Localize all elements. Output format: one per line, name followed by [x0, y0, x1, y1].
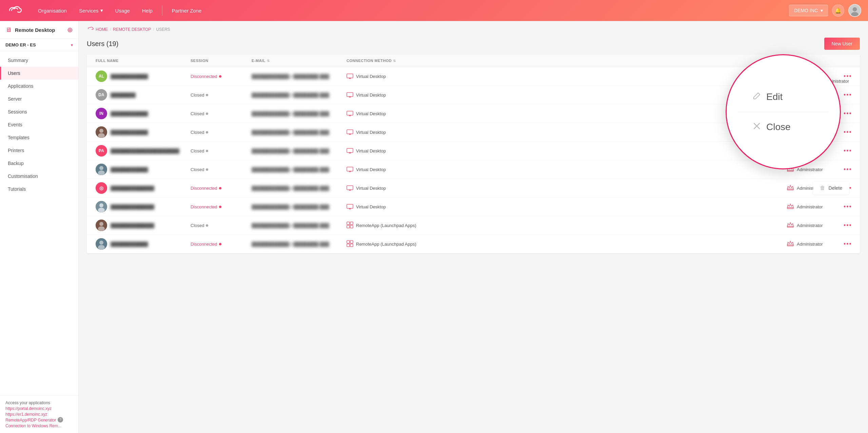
svg-rect-56 [347, 222, 350, 225]
cell-email-8: ████████████@████████.███ [248, 201, 343, 213]
nav-usage[interactable]: Usage [109, 0, 136, 21]
cell-email-4: ████████████@████████.███ [248, 126, 343, 138]
email-sort-icon: ⇅ [267, 59, 270, 63]
avatar-4 [96, 126, 107, 138]
org-expand-icon: ▾ [71, 43, 73, 47]
user-name-9: ██████████████ [111, 223, 154, 228]
context-close-item[interactable]: Close [746, 118, 821, 136]
virtual-desktop-icon-3 [347, 111, 353, 116]
more-button-6[interactable]: ••• [841, 165, 855, 174]
sidebar-item-server[interactable]: Server [0, 92, 78, 105]
org-selector[interactable]: DEMO INC ▾ [789, 5, 828, 16]
cell-actions-10: ••• [837, 236, 854, 252]
sidebar-item-backup[interactable]: Backup [0, 157, 78, 170]
cell-name-2: DA ████████ [92, 86, 187, 104]
session-dot-9 [206, 224, 208, 227]
context-edit-item[interactable]: Edit [746, 88, 821, 106]
nav-partner-zone[interactable]: Partner Zone [166, 0, 208, 21]
table-row: ████████████ Disconnected ████████████@█… [87, 235, 860, 253]
breadcrumb-sep-1: / [110, 27, 111, 32]
connection-method-10: RemoteApp (Launchpad Apps) [347, 240, 416, 248]
breadcrumb-current: USERS [156, 27, 170, 32]
breadcrumb-sep-2: / [153, 27, 154, 32]
edit-label: Edit [766, 91, 783, 102]
cell-actions-7: ••• [837, 180, 854, 197]
session-status-3: Closed [191, 111, 208, 116]
sidebar-item-events[interactable]: Events [0, 118, 78, 131]
connection-method-8: Virtual Desktop [347, 204, 386, 209]
more-button-1[interactable]: ••• [841, 71, 855, 81]
cell-session-7: Disconnected [187, 182, 248, 194]
more-button-5[interactable]: ••• [841, 146, 855, 156]
cell-actions-9: ••• [837, 217, 854, 234]
sidebar-item-printers[interactable]: Printers [0, 144, 78, 157]
cell-name-10: ████████████ [92, 235, 187, 253]
page-title: Users (19) [87, 40, 118, 48]
cell-actions-2: ••• [837, 87, 854, 103]
email-6: ████████████@████████.███ [252, 167, 329, 172]
cell-session-1: Disconnected [187, 70, 248, 82]
svg-rect-7 [347, 92, 353, 97]
cell-session-8: Disconnected [187, 201, 248, 213]
svg-rect-52 [787, 208, 793, 209]
notifications-bell[interactable]: 🔔 [832, 4, 844, 17]
org-row[interactable]: DEMO ER - ES ▾ [0, 39, 78, 51]
logo[interactable] [7, 5, 22, 16]
connection-method-5: Virtual Desktop [347, 148, 386, 153]
sidebar-item-applications[interactable]: Applications [0, 80, 78, 92]
session-dot-3 [206, 112, 208, 115]
footer-link-4[interactable]: Connection to Windows Rem... [5, 424, 73, 428]
breadcrumb-service[interactable]: REMOTE DESKTOP [113, 27, 151, 32]
more-button-3[interactable]: ••• [841, 109, 855, 119]
connection-method-3: Virtual Desktop [347, 111, 386, 116]
add-service-button[interactable]: ⊕ [67, 26, 73, 34]
breadcrumb: HOME / REMOTE DESKTOP / USERS [79, 22, 868, 35]
sidebar-item-customisation[interactable]: Customisation [0, 170, 78, 183]
footer-link-1[interactable]: https://portal.demoinc.xyz [5, 406, 73, 411]
svg-rect-48 [347, 204, 353, 208]
cell-connection-6: Virtual Desktop [343, 163, 783, 176]
more-button-9[interactable]: ••• [841, 221, 855, 230]
sidebar-item-users[interactable]: Users [0, 67, 78, 80]
cell-email-7: ████████████@████████.███ [248, 182, 343, 194]
new-user-button[interactable]: New User [824, 38, 860, 50]
cell-session-9: Closed [187, 220, 248, 231]
sidebar-item-sessions[interactable]: Sessions [0, 105, 78, 118]
svg-rect-44 [787, 189, 793, 190]
help-badge[interactable]: ? [58, 417, 63, 422]
svg-point-32 [98, 170, 105, 175]
footer-link-3[interactable]: RemoteApp/RDP Generator [5, 418, 56, 422]
more-button-4[interactable]: ••• [841, 127, 855, 137]
footer-link-2[interactable]: https://er1.demoinc.xyz [5, 412, 73, 417]
crown-icon-8 [787, 203, 794, 211]
col-connection[interactable]: CONNECTION METHOD ⇅ [343, 55, 783, 67]
col-email[interactable]: E-MAIL ⇅ [248, 55, 343, 67]
cell-actions-4: ••• [837, 124, 854, 141]
more-button-10[interactable]: ••• [841, 239, 855, 249]
breadcrumb-home[interactable]: HOME [96, 27, 108, 32]
user-name-2: ████████ [111, 92, 136, 98]
more-button-2[interactable]: ••• [841, 90, 855, 100]
session-status-1: Disconnected [191, 74, 221, 79]
more-button-7[interactable]: ••• [841, 183, 855, 193]
col-actions [837, 55, 854, 67]
sidebar-item-summary[interactable]: Summary [0, 54, 78, 67]
more-button-8[interactable]: ••• [841, 202, 855, 212]
cell-connection-2: Virtual Desktop [343, 89, 783, 101]
cell-connection-9: RemoteApp (Launchpad Apps) [343, 218, 783, 233]
svg-point-47 [98, 208, 105, 212]
nav-help[interactable]: Help [136, 0, 159, 21]
email-8: ████████████@████████.███ [252, 204, 329, 209]
user-avatar[interactable] [848, 4, 861, 17]
svg-rect-67 [350, 244, 353, 247]
table-row: ██████████████ Disconnected ████████████… [87, 198, 860, 216]
nav-services[interactable]: Services ▾ [73, 0, 109, 21]
session-dot-4 [206, 131, 208, 133]
user-name-1: ████████████ [111, 74, 148, 79]
sidebar-item-templates[interactable]: Templates [0, 131, 78, 144]
sidebar-item-tutorials[interactable]: Tutorials [0, 183, 78, 195]
role-9: Administrator [787, 222, 823, 229]
cell-name-6: ████████████ [92, 160, 187, 179]
nav-organisation[interactable]: Organisation [32, 0, 73, 21]
avatar-in: IN [96, 108, 107, 119]
